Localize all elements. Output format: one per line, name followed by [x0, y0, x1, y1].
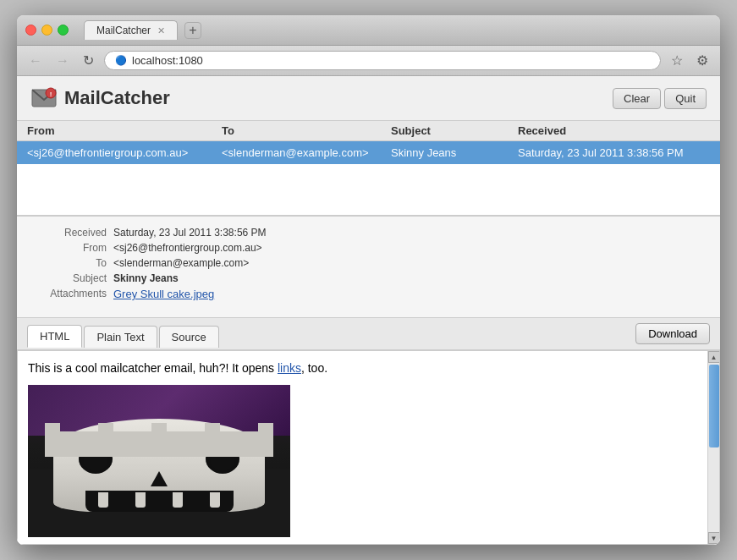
email-list-header: From To Subject Received: [17, 121, 720, 141]
download-button[interactable]: Download: [635, 323, 710, 344]
tab-html[interactable]: HTML: [27, 325, 82, 348]
clear-button[interactable]: Clear: [613, 88, 661, 109]
to-value: <slenderman@example.com>: [113, 257, 707, 269]
quit-button[interactable]: Quit: [664, 88, 707, 109]
mailcatcher-logo-icon: !: [30, 85, 58, 112]
email-image: [28, 385, 290, 537]
attachment-link[interactable]: Grey Skull cake.jpeg: [113, 288, 707, 300]
svg-text:!: !: [50, 91, 52, 98]
browser-tab[interactable]: MailCatcher ✕: [84, 20, 178, 40]
email-body[interactable]: This is a cool mailcatcher email, huh?! …: [18, 351, 707, 544]
url-bar[interactable]: 🔵 localhost:1080: [104, 51, 661, 70]
body-text-after-link: , too.: [301, 361, 327, 375]
email-from: <sj26@thefrontiergroup.com.au>: [27, 146, 222, 159]
email-list: From To Subject Received <sj26@thefronti…: [17, 121, 720, 216]
url-text: localhost:1080: [132, 54, 203, 67]
subject-value: Skinny Jeans: [113, 272, 707, 284]
tab-close-icon[interactable]: ✕: [157, 25, 165, 36]
app-title: MailCatcher: [64, 87, 170, 109]
col-received: Received: [518, 124, 710, 137]
back-button[interactable]: ←: [25, 52, 46, 70]
body-text-before-link: This is a cool mailcatcher email, huh?! …: [28, 361, 278, 375]
table-row[interactable]: <sj26@thefrontiergroup.com.au> <slenderm…: [17, 141, 720, 164]
scrollbar-down-button[interactable]: ▼: [708, 532, 720, 544]
header-buttons: Clear Quit: [613, 88, 707, 109]
settings-button[interactable]: ⚙: [693, 51, 712, 70]
from-value: <sj26@thefrontiergroup.com.au>: [113, 242, 707, 254]
minimize-button[interactable]: [41, 25, 52, 36]
tabs-section: HTML Plain Text Source Download This is …: [17, 317, 720, 545]
maximize-button[interactable]: [58, 25, 69, 36]
traffic-lights: [25, 25, 69, 36]
title-bar: MailCatcher ✕ +: [17, 15, 720, 46]
close-button[interactable]: [25, 25, 36, 36]
col-subject: Subject: [391, 124, 518, 137]
col-to: To: [222, 124, 391, 137]
subject-label: Subject: [30, 272, 107, 284]
scrollbar-up-button[interactable]: ▲: [708, 351, 720, 363]
to-label: To: [30, 257, 107, 269]
forward-button[interactable]: →: [52, 52, 73, 70]
email-body-link[interactable]: links: [278, 361, 301, 375]
bookmark-button[interactable]: ☆: [668, 51, 686, 70]
email-subject: Skinny Jeans: [391, 146, 518, 159]
tab-source[interactable]: Source: [159, 326, 219, 348]
email-received: Saturday, 23 Jul 2011 3:38:56 PM: [518, 146, 710, 159]
new-tab-button[interactable]: +: [184, 22, 201, 39]
col-from: From: [27, 124, 222, 137]
tab-title: MailCatcher: [96, 25, 151, 36]
email-to: <slenderman@example.com>: [222, 146, 391, 159]
app-logo: ! MailCatcher: [30, 85, 170, 112]
attachments-label: Attachments: [30, 288, 107, 300]
app-header: ! MailCatcher Clear Quit: [17, 76, 720, 121]
email-detail: Received Saturday, 23 Jul 2011 3:38:56 P…: [17, 216, 720, 317]
tab-plain-text[interactable]: Plain Text: [84, 326, 157, 348]
received-label: Received: [30, 227, 107, 239]
email-body-text: This is a cool mailcatcher email, huh?! …: [28, 361, 697, 375]
app-content: ! MailCatcher Clear Quit From To Subject…: [17, 76, 720, 545]
browser-window: MailCatcher ✕ + ← → ↻ 🔵 localhost:1080 ☆…: [17, 15, 720, 545]
email-meta: Received Saturday, 23 Jul 2011 3:38:56 P…: [30, 227, 707, 300]
refresh-button[interactable]: ↻: [80, 51, 97, 70]
url-icon: 🔵: [115, 55, 127, 66]
received-value: Saturday, 23 Jul 2011 3:38:56 PM: [113, 227, 707, 239]
from-label: From: [30, 242, 107, 254]
scrollbar-track: ▲ ▼: [707, 351, 719, 544]
tabs-bar: HTML Plain Text Source Download: [17, 318, 720, 350]
scrollbar-thumb[interactable]: [709, 365, 719, 447]
email-list-spacer: [17, 164, 720, 215]
email-body-wrapper: This is a cool mailcatcher email, huh?! …: [17, 350, 720, 545]
nav-bar: ← → ↻ 🔵 localhost:1080 ☆ ⚙: [17, 46, 720, 76]
